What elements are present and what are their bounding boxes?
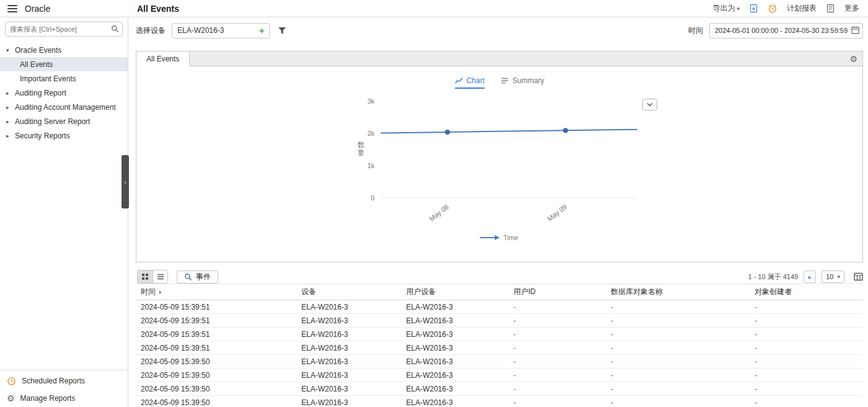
- date-range-input[interactable]: [709, 23, 863, 38]
- column-header-object-creator: 对象创建者: [750, 284, 863, 300]
- export-as-menu[interactable]: 导出为▾: [712, 3, 740, 14]
- table-row[interactable]: 2024-05-09 15:39:50ELA-W2016-3ELA-W2016-…: [136, 355, 863, 369]
- main-content: 选择设备 ＋ 时间: [128, 17, 868, 407]
- alarm-icon[interactable]: [768, 4, 777, 14]
- events-table: 时间▾ 设备 用户设备 用户ID 数据库对象名称 对象创建者 2024-05-0…: [136, 284, 863, 407]
- tab-all-events[interactable]: All Events: [136, 51, 190, 66]
- table-cell: -: [606, 328, 750, 341]
- next-page-button[interactable]: ▸: [804, 271, 816, 283]
- content-tab-strip: All Events ⚙: [136, 51, 863, 66]
- topbar-left: Oracle: [0, 4, 128, 14]
- table-row[interactable]: 2024-05-09 15:39:50ELA-W2016-3ELA-W2016-…: [136, 369, 863, 382]
- table-cell: -: [750, 314, 863, 328]
- table-cell: ELA-W2016-3: [401, 355, 508, 369]
- sidebar: ▾ Oracle Events All Events Important Eve…: [0, 17, 128, 407]
- svg-text:0: 0: [370, 194, 374, 202]
- tree-item-all-events[interactable]: All Events: [0, 57, 128, 71]
- table-row[interactable]: 2024-05-09 15:39:51ELA-W2016-3ELA-W2016-…: [136, 328, 863, 341]
- chevron-down-icon: ▾: [837, 274, 840, 280]
- page-size-dropdown[interactable]: 10 ▾: [822, 271, 844, 283]
- table-cell: 2024-05-09 15:39:50: [136, 382, 296, 396]
- page-title: All Events: [137, 4, 179, 14]
- chart-panel: Chart Summary 3k2k1k0数量May 08May 09Time: [136, 66, 863, 262]
- table-cell: ELA-W2016-3: [401, 300, 508, 314]
- sidebar-collapse-handle[interactable]: ‹: [122, 155, 129, 208]
- table-cell: ELA-W2016-3: [401, 328, 508, 341]
- footer-item-label: Scheduled Reports: [22, 377, 85, 385]
- list-view-button[interactable]: [153, 271, 167, 283]
- table-cell: -: [508, 328, 606, 341]
- tree-item-label: Important Events: [20, 74, 76, 83]
- column-header-user-device: 用户设备: [401, 284, 508, 300]
- caret-down-icon: ▾: [6, 47, 15, 53]
- chevron-down-icon: [647, 102, 653, 107]
- report-tree: ▾ Oracle Events All Events Important Eve…: [0, 43, 128, 143]
- table-row[interactable]: 2024-05-09 15:39:50ELA-W2016-3ELA-W2016-…: [136, 396, 863, 407]
- report-doc-icon[interactable]: [826, 4, 835, 13]
- tree-item-auditing-account-management[interactable]: ▸ Auditing Account Management: [0, 100, 128, 114]
- tree-item-label: All Events: [20, 60, 53, 69]
- table-cell: 2024-05-09 15:39:50: [136, 396, 296, 407]
- tree-item-auditing-report[interactable]: ▸ Auditing Report: [0, 86, 128, 100]
- sidebar-item-manage-reports[interactable]: ⚙ Manage Reports: [0, 390, 128, 407]
- search-icon: [184, 273, 192, 281]
- tree-item-auditing-server-report[interactable]: ▸ Auditing Server Report: [0, 114, 128, 128]
- panel-settings-gear-icon[interactable]: ⚙: [849, 51, 857, 67]
- search-icon[interactable]: [111, 25, 119, 33]
- table-cell: -: [606, 300, 750, 314]
- more-menu[interactable]: 更多: [844, 3, 859, 14]
- table-cell: 2024-05-09 15:39:51: [136, 328, 296, 341]
- calendar-icon[interactable]: [851, 25, 860, 35]
- column-header-time[interactable]: 时间▾: [136, 284, 296, 300]
- hamburger-menu-icon[interactable]: [7, 5, 17, 12]
- events-table-header: 时间▾ 设备 用户设备 用户ID 数据库对象名称 对象创建者: [136, 284, 863, 300]
- table-cell: -: [750, 382, 863, 396]
- tree-item-label: Security Reports: [15, 132, 70, 140]
- tree-item-label: Auditing Account Management: [15, 103, 116, 112]
- event-search-button[interactable]: 事件: [177, 271, 218, 284]
- report-search-input[interactable]: [5, 22, 123, 37]
- table-row[interactable]: 2024-05-09 15:39:50ELA-W2016-3ELA-W2016-…: [136, 382, 863, 396]
- sidebar-item-scheduled-reports[interactable]: Scheduled Reports: [0, 372, 128, 390]
- gear-icon: ⚙: [7, 394, 15, 403]
- table-cell: ELA-W2016-3: [401, 369, 508, 382]
- app-window: Oracle All Events 导出为▾ 计划报表 更多: [0, 0, 868, 407]
- sort-caret-icon: ▾: [159, 290, 161, 295]
- column-header-db-object-name: 数据库对象名称: [606, 284, 750, 300]
- time-label: 时间: [688, 25, 703, 36]
- tree-item-security-reports[interactable]: ▸ Security Reports: [0, 128, 128, 143]
- table-cell: -: [750, 328, 863, 341]
- tab-summary[interactable]: Summary: [501, 76, 544, 89]
- chart-area: 3k2k1k0数量May 08May 09Time: [351, 94, 649, 245]
- table-row[interactable]: 2024-05-09 15:39:51ELA-W2016-3ELA-W2016-…: [136, 314, 863, 328]
- app-title: Oracle: [25, 4, 50, 14]
- table-row[interactable]: 2024-05-09 15:39:51ELA-W2016-3ELA-W2016-…: [136, 341, 863, 355]
- table-cell: -: [606, 396, 750, 407]
- table-toolbar: 事件 1 - 10 属于 4149 ▸ 10 ▾: [136, 270, 863, 284]
- filter-icon[interactable]: [277, 26, 287, 35]
- chart-expand-button[interactable]: [642, 99, 657, 110]
- filter-row: 选择设备 ＋ 时间: [136, 17, 863, 43]
- table-cell: -: [508, 300, 606, 314]
- add-device-icon[interactable]: ＋: [257, 25, 266, 36]
- pagination: 1 - 10 属于 4149 ▸ 10 ▾: [748, 271, 864, 283]
- column-header-device: 设备: [296, 284, 401, 300]
- tree-item-oracle-events[interactable]: ▾ Oracle Events: [0, 43, 128, 57]
- tree-item-important-events[interactable]: Important Events: [0, 71, 128, 86]
- table-cell: -: [750, 341, 863, 355]
- table-cell: -: [606, 314, 750, 328]
- scheduled-report-link[interactable]: 计划报表: [787, 3, 817, 14]
- tab-chart[interactable]: Chart: [454, 76, 484, 89]
- list-icon: [501, 77, 509, 84]
- export-file-icon[interactable]: [749, 4, 758, 13]
- table-row[interactable]: 2024-05-09 15:39:51ELA-W2016-3ELA-W2016-…: [136, 300, 863, 314]
- caret-right-icon: ▸: [6, 104, 15, 110]
- caret-right-icon: ▸: [6, 133, 15, 139]
- device-input[interactable]: [172, 23, 270, 38]
- table-columns-icon[interactable]: [854, 272, 863, 281]
- topbar-main: All Events 导出为▾ 计划报表 更多: [128, 3, 868, 14]
- topbar: Oracle All Events 导出为▾ 计划报表 更多: [0, 0, 868, 17]
- table-cell: -: [508, 369, 606, 382]
- table-cell: ELA-W2016-3: [401, 314, 508, 328]
- grid-view-button[interactable]: [138, 271, 153, 283]
